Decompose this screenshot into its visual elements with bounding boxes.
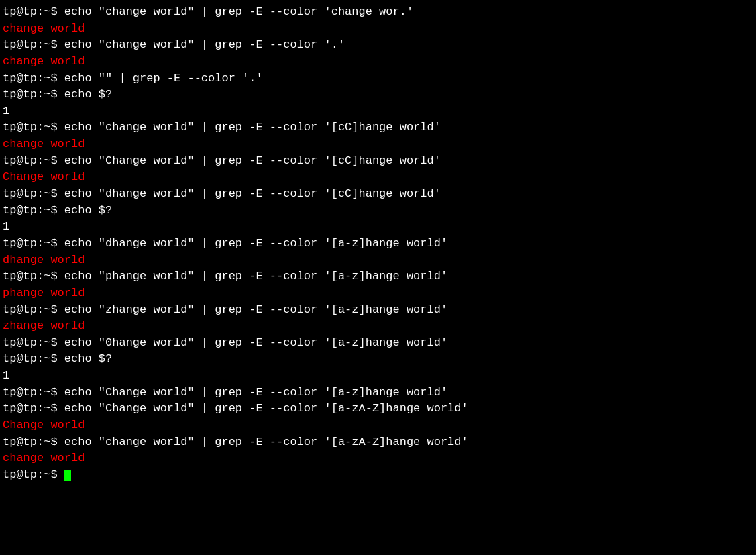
terminal-line: tp@tp:~$ echo "change world" | grep -E -… bbox=[3, 4, 753, 21]
terminal-line: zhange world bbox=[3, 318, 753, 335]
terminal-line: tp@tp:~$ echo "0hange world" | grep -E -… bbox=[3, 335, 753, 352]
terminal-line: change world bbox=[3, 450, 753, 467]
terminal-line: change world bbox=[3, 54, 753, 70]
terminal-line: tp@tp:~$ echo $? bbox=[3, 87, 753, 103]
terminal-line: 1 bbox=[3, 219, 753, 236]
terminal-line: change world bbox=[3, 21, 753, 38]
terminal-line: change world bbox=[3, 136, 753, 153]
terminal-line: tp@tp:~$ bbox=[3, 467, 753, 484]
terminal-line: 1 bbox=[3, 103, 753, 120]
terminal-cursor bbox=[64, 470, 71, 481]
terminal-line: tp@tp:~$ echo "change world" | grep -E -… bbox=[3, 119, 753, 136]
terminal-line: tp@tp:~$ echo "change world" | grep -E -… bbox=[3, 434, 753, 451]
terminal-line: tp@tp:~$ echo "Change world" | grep -E -… bbox=[3, 153, 753, 170]
terminal-line: tp@tp:~$ echo "dhange world" | grep -E -… bbox=[3, 236, 753, 252]
terminal-line: tp@tp:~$ echo "zhange world" | grep -E -… bbox=[3, 302, 753, 319]
terminal-line: tp@tp:~$ echo "phange world" | grep -E -… bbox=[3, 268, 753, 285]
terminal-line: tp@tp:~$ echo "dhange world" | grep -E -… bbox=[3, 186, 753, 203]
terminal-line: tp@tp:~$ echo "Change world" | grep -E -… bbox=[3, 401, 753, 417]
terminal-line: tp@tp:~$ echo "change world" | grep -E -… bbox=[3, 37, 753, 54]
terminal-line: Change world bbox=[3, 169, 753, 186]
terminal: tp@tp:~$ echo "change world" | grep -E -… bbox=[3, 4, 753, 484]
terminal-line: 1 bbox=[3, 368, 753, 385]
terminal-line: tp@tp:~$ echo "Change world" | grep -E -… bbox=[3, 385, 753, 401]
terminal-line: dhange world bbox=[3, 252, 753, 269]
terminal-line: tp@tp:~$ echo $? bbox=[3, 203, 753, 219]
terminal-line: Change world bbox=[3, 417, 753, 434]
terminal-line: tp@tp:~$ echo $? bbox=[3, 351, 753, 368]
terminal-line: tp@tp:~$ echo "" | grep -E --color '.' bbox=[3, 70, 753, 87]
terminal-line: phange world bbox=[3, 285, 753, 302]
